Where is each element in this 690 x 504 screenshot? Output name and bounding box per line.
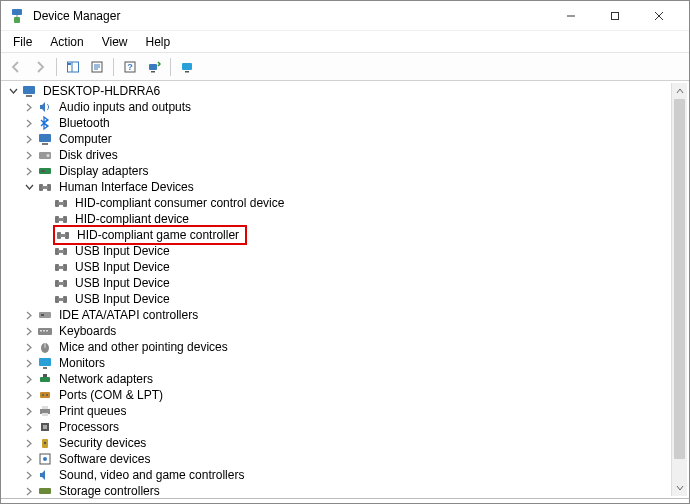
disk-icon xyxy=(37,147,53,163)
chevron-down-icon[interactable] xyxy=(7,85,19,97)
svg-rect-38 xyxy=(60,234,66,237)
tree-root[interactable]: DESKTOP-HLDRRA6 xyxy=(7,83,669,99)
tree-item-hid-child-highlighted[interactable]: HID-compliant game controller xyxy=(7,227,669,243)
controller-icon xyxy=(37,307,53,323)
svg-rect-50 xyxy=(58,298,64,301)
forward-button[interactable] xyxy=(29,56,51,78)
svg-rect-19 xyxy=(23,86,35,94)
svg-point-64 xyxy=(42,394,44,396)
svg-rect-60 xyxy=(43,367,47,369)
tree-item-audio[interactable]: Audio inputs and outputs xyxy=(7,99,669,115)
tree-item-monitors[interactable]: Monitors xyxy=(7,355,669,371)
svg-rect-18 xyxy=(185,71,189,73)
scroll-up-icon[interactable] xyxy=(672,83,687,99)
tree-item-software[interactable]: Software devices xyxy=(7,451,669,467)
menu-file[interactable]: File xyxy=(5,33,40,51)
tree-item-label: HID-compliant game controller xyxy=(75,228,241,242)
tree-item-processors[interactable]: Processors xyxy=(7,419,669,435)
tree-item-sound[interactable]: Sound, video and game controllers xyxy=(7,467,669,483)
sound-icon xyxy=(37,467,53,483)
tree-item-label: Software devices xyxy=(57,452,152,466)
tree-item-label: Disk drives xyxy=(57,148,120,162)
maximize-button[interactable] xyxy=(593,1,637,31)
tree-item-ports[interactable]: Ports (COM & LPT) xyxy=(7,387,669,403)
svg-rect-54 xyxy=(40,330,42,332)
tree-item-printq[interactable]: Print queues xyxy=(7,403,669,419)
tree-item-hid-child[interactable]: USB Input Device xyxy=(7,259,669,275)
chevron-right-icon[interactable] xyxy=(23,309,35,321)
scroll-down-icon[interactable] xyxy=(672,480,687,496)
tree-item-storage[interactable]: Storage controllers xyxy=(7,483,669,498)
port-icon xyxy=(37,387,53,403)
svg-rect-32 xyxy=(58,202,64,205)
tree-item-hid-child[interactable]: HID-compliant consumer control device xyxy=(7,195,669,211)
chevron-right-icon[interactable] xyxy=(23,325,35,337)
svg-rect-26 xyxy=(41,170,45,172)
tree-item-display[interactable]: Display adapters xyxy=(7,163,669,179)
tree-item-keyboards[interactable]: Keyboards xyxy=(7,323,669,339)
chevron-right-icon[interactable] xyxy=(23,149,35,161)
chevron-right-icon[interactable] xyxy=(23,165,35,177)
tree-item-computer[interactable]: Computer xyxy=(7,131,669,147)
menu-view[interactable]: View xyxy=(94,33,136,51)
minimize-button[interactable] xyxy=(549,1,593,31)
bluetooth-icon xyxy=(37,115,53,131)
tree-item-label: Display adapters xyxy=(57,164,150,178)
svg-text:?: ? xyxy=(127,62,133,72)
close-button[interactable] xyxy=(637,1,681,31)
properties-button[interactable] xyxy=(86,56,108,78)
devices-button[interactable] xyxy=(176,56,198,78)
window-title: Device Manager xyxy=(33,9,549,23)
tree-item-ide[interactable]: IDE ATA/ATAPI controllers xyxy=(7,307,669,323)
mouse-icon xyxy=(37,339,53,355)
show-hide-console-button[interactable] xyxy=(62,56,84,78)
tree-item-label: Mice and other pointing devices xyxy=(57,340,230,354)
tree-item-hid-child[interactable]: USB Input Device xyxy=(7,275,669,291)
chevron-down-icon[interactable] xyxy=(23,181,35,193)
chevron-right-icon[interactable] xyxy=(23,373,35,385)
chevron-right-icon[interactable] xyxy=(23,485,35,497)
tree-item-security[interactable]: Security devices xyxy=(7,435,669,451)
chevron-right-icon[interactable] xyxy=(23,341,35,353)
chevron-right-icon[interactable] xyxy=(23,469,35,481)
hid-icon xyxy=(37,179,53,195)
svg-rect-70 xyxy=(43,425,47,429)
menu-action[interactable]: Action xyxy=(42,33,91,51)
chevron-right-icon[interactable] xyxy=(23,117,35,129)
tree-item-label: Print queues xyxy=(57,404,128,418)
chevron-right-icon[interactable] xyxy=(23,421,35,433)
tree-item-disk[interactable]: Disk drives xyxy=(7,147,669,163)
chevron-right-icon[interactable] xyxy=(23,453,35,465)
software-icon xyxy=(37,451,53,467)
svg-rect-22 xyxy=(42,143,48,145)
chevron-right-icon[interactable] xyxy=(23,101,35,113)
tree-item-network[interactable]: Network adapters xyxy=(7,371,669,387)
tree-item-hid[interactable]: Human Interface Devices xyxy=(7,179,669,195)
help-button[interactable]: ? xyxy=(119,56,141,78)
device-tree[interactable]: DESKTOP-HLDRRA6 Audio inputs and outputs… xyxy=(7,83,669,498)
svg-rect-47 xyxy=(58,282,64,285)
back-button[interactable] xyxy=(5,56,27,78)
tree-item-label: Network adapters xyxy=(57,372,155,386)
tree-item-bluetooth[interactable]: Bluetooth xyxy=(7,115,669,131)
menu-help[interactable]: Help xyxy=(138,33,179,51)
chevron-right-icon[interactable] xyxy=(23,405,35,417)
chevron-right-icon[interactable] xyxy=(23,357,35,369)
chevron-right-icon[interactable] xyxy=(23,437,35,449)
tree-item-label: HID-compliant consumer control device xyxy=(73,196,286,210)
scan-hardware-button[interactable] xyxy=(143,56,165,78)
svg-rect-8 xyxy=(68,63,71,65)
chevron-right-icon[interactable] xyxy=(23,133,35,145)
svg-rect-62 xyxy=(43,374,47,377)
svg-point-24 xyxy=(47,154,50,157)
tree-item-hid-child[interactable]: USB Input Device xyxy=(7,291,669,307)
svg-rect-55 xyxy=(43,330,45,332)
scrollbar-thumb[interactable] xyxy=(674,99,685,459)
chevron-right-icon[interactable] xyxy=(23,389,35,401)
tree-item-hid-child[interactable]: USB Input Device xyxy=(7,243,669,259)
vertical-scrollbar[interactable] xyxy=(671,83,687,496)
tree-item-mice[interactable]: Mice and other pointing devices xyxy=(7,339,669,355)
tree-item-label: USB Input Device xyxy=(73,292,172,306)
tree-item-label: Bluetooth xyxy=(57,116,112,130)
menu-bar: File Action View Help xyxy=(1,31,689,53)
